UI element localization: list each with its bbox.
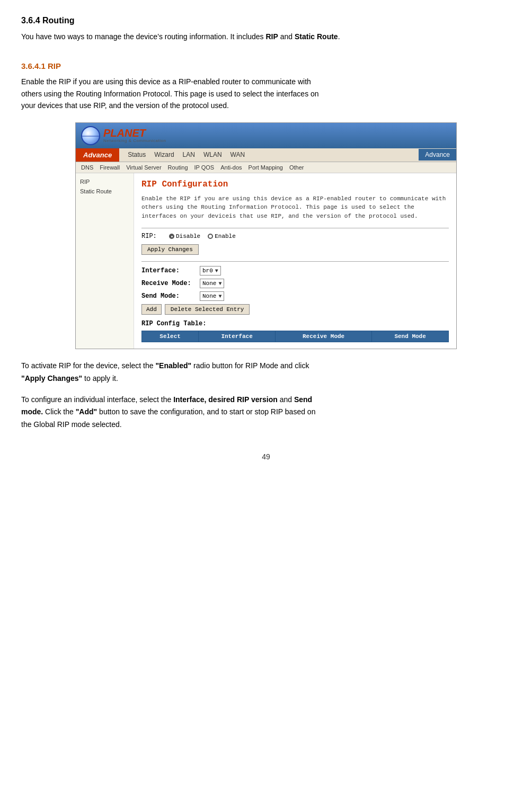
table-header-select: Select xyxy=(142,331,199,342)
main-config: RIP Configuration Enable the RIP if you … xyxy=(134,173,456,349)
receive-mode-value: None xyxy=(202,280,216,287)
send-mode-value: None xyxy=(202,293,216,299)
receive-mode-row: Receive Mode: None ▼ xyxy=(141,279,449,288)
intro-paragraph: You have two ways to manage the device’s… xyxy=(21,31,511,42)
radio-enable-label: Enable xyxy=(215,233,236,239)
nav-advance-right[interactable]: Advance xyxy=(419,149,456,161)
planet-logo: PLANET Networking & Communication xyxy=(81,126,166,145)
bottom-line1-prefix: To activate RIP for the device, select t… xyxy=(21,361,155,370)
send-mode-label: Send Mode: xyxy=(141,292,200,300)
logo-name: PLANET xyxy=(103,128,166,138)
table-header-send-mode: Send Mode xyxy=(372,331,449,342)
radio-group: Disable Enable xyxy=(169,233,236,239)
send-mode-arrow-icon: ▼ xyxy=(218,294,221,299)
receive-mode-select[interactable]: None ▼ xyxy=(200,279,224,288)
nav-item-wizard[interactable]: Wizard xyxy=(154,151,174,158)
table-header-interface: Interface xyxy=(199,331,276,342)
receive-mode-arrow-icon: ▼ xyxy=(218,281,221,287)
bottom-line4-suffix: Click the xyxy=(43,407,75,416)
desc-line2: others using the Routing Information Pro… xyxy=(21,90,319,98)
config-description: Enable the RIP if you are using this dev… xyxy=(141,194,449,221)
apply-changes-button[interactable]: Apply Changes xyxy=(141,244,199,255)
subnav-ipqos[interactable]: IP QOS xyxy=(194,164,215,171)
bottom-line2-suffix: to apply it. xyxy=(82,374,118,383)
radio-enable-dot xyxy=(208,234,213,239)
nav-item-lan[interactable]: LAN xyxy=(183,151,195,158)
table-title: RIP Config Table: xyxy=(141,320,449,327)
radio-disable-label: Disable xyxy=(176,233,200,239)
subsection-description: Enable the RIP if you are using this dev… xyxy=(21,76,511,111)
apply-button-row: Apply Changes xyxy=(141,244,449,255)
nav-items-group: Status Wizard LAN WLAN WAN xyxy=(119,149,419,161)
logo-globe xyxy=(81,126,100,145)
nav-advance-left[interactable]: Advance xyxy=(76,148,119,162)
subnav-antidos[interactable]: Anti-dos xyxy=(220,164,242,171)
bottom-enabled-bold: "Enabled" xyxy=(155,361,191,370)
intro-and: and xyxy=(278,32,295,41)
send-mode-row: Send Mode: None ▼ xyxy=(141,291,449,301)
sidebar: RIP Static Route xyxy=(76,173,134,349)
intro-text-prefix: You have two ways to manage the device’s… xyxy=(21,32,266,41)
section-title: 3.6.4 Routing xyxy=(21,16,511,25)
radio-disable-dot xyxy=(169,234,174,239)
sub-nav: DNS Firewall Virtual Server Routing IP Q… xyxy=(76,162,456,173)
bottom-add-bold: "Add" xyxy=(76,407,97,416)
bottom-mode-bold: mode. xyxy=(21,407,43,416)
radio-enable-option[interactable]: Enable xyxy=(208,233,236,239)
interface-select[interactable]: br0 ▼ xyxy=(200,266,221,275)
send-mode-select[interactable]: None ▼ xyxy=(200,291,224,301)
rip-label: RIP: xyxy=(141,233,163,240)
rip-config-table: Select Interface Receive Mode Send Mode xyxy=(141,331,449,342)
bottom-line3-prefix: To configure an individual interface, se… xyxy=(21,395,173,404)
radio-disable-option[interactable]: Disable xyxy=(169,233,200,239)
logo-subtitle: Networking & Communication xyxy=(103,138,166,143)
content-area: RIP Static Route RIP Configuration Enabl… xyxy=(76,173,456,349)
interface-label: Interface: xyxy=(141,267,200,274)
bottom-paragraph-2: To configure an individual interface, se… xyxy=(21,394,511,431)
subnav-port-mapping[interactable]: Port Mapping xyxy=(249,164,283,171)
intro-end: . xyxy=(338,32,340,41)
interface-value: br0 xyxy=(202,268,213,274)
bottom-interface-bold: Interface, desired RIP version xyxy=(173,395,278,404)
page-number: 49 xyxy=(21,452,511,461)
nav-item-wlan[interactable]: WLAN xyxy=(203,151,222,158)
subnav-other[interactable]: Other xyxy=(289,164,304,171)
divider-2 xyxy=(141,261,449,262)
bottom-line3-suffix: and xyxy=(278,395,294,404)
table-header-receive-mode: Receive Mode xyxy=(275,331,371,342)
subnav-virtual-server[interactable]: Virtual Server xyxy=(126,164,161,171)
desc-line3: your devices that use RIP, and the versi… xyxy=(21,101,229,110)
subsection-title: 3.6.4.1 RIP xyxy=(21,61,511,70)
subnav-routing[interactable]: Routing xyxy=(168,164,188,171)
subnav-firewall[interactable]: Firewall xyxy=(100,164,120,171)
rip-row: RIP: Disable Enable xyxy=(141,233,449,240)
bottom-paragraph-1: To activate RIP for the device, select t… xyxy=(21,360,511,385)
router-header: PLANET Networking & Communication xyxy=(76,123,456,148)
nav-item-status[interactable]: Status xyxy=(128,151,146,158)
intro-static: Static Route xyxy=(295,32,338,41)
nav-bar: Advance Status Wizard LAN WLAN WAN Advan… xyxy=(76,148,456,162)
bottom-line1-suffix: radio button for RIP Mode and click xyxy=(191,361,309,370)
interface-arrow-icon: ▼ xyxy=(215,268,218,274)
bottom-line4-suffix2: button to save the configuration, and to… xyxy=(97,407,315,416)
divider-1 xyxy=(141,228,449,228)
desc-line1: Enable the RIP if you are using this dev… xyxy=(21,77,311,86)
sidebar-item-rip[interactable]: RIP xyxy=(80,179,129,185)
router-screenshot: PLANET Networking & Communication Advanc… xyxy=(75,122,457,350)
add-button[interactable]: Add xyxy=(141,304,162,315)
action-button-row: Add Delete Selected Entry xyxy=(141,304,449,315)
config-title: RIP Configuration xyxy=(141,180,449,189)
subnav-dns[interactable]: DNS xyxy=(81,164,93,171)
interface-row: Interface: br0 ▼ xyxy=(141,266,449,275)
sidebar-item-static-route[interactable]: Static Route xyxy=(80,188,129,194)
nav-item-wan[interactable]: WAN xyxy=(230,151,245,158)
receive-mode-label: Receive Mode: xyxy=(141,280,200,287)
bottom-send-bold: Send xyxy=(294,395,312,404)
logo-text-group: PLANET Networking & Communication xyxy=(103,128,166,143)
delete-selected-button[interactable]: Delete Selected Entry xyxy=(165,304,250,315)
bottom-apply-bold: "Apply Changes" xyxy=(21,374,82,383)
intro-rip: RIP xyxy=(266,32,278,41)
bottom-line5: the Global RIP mode selected. xyxy=(21,420,122,429)
